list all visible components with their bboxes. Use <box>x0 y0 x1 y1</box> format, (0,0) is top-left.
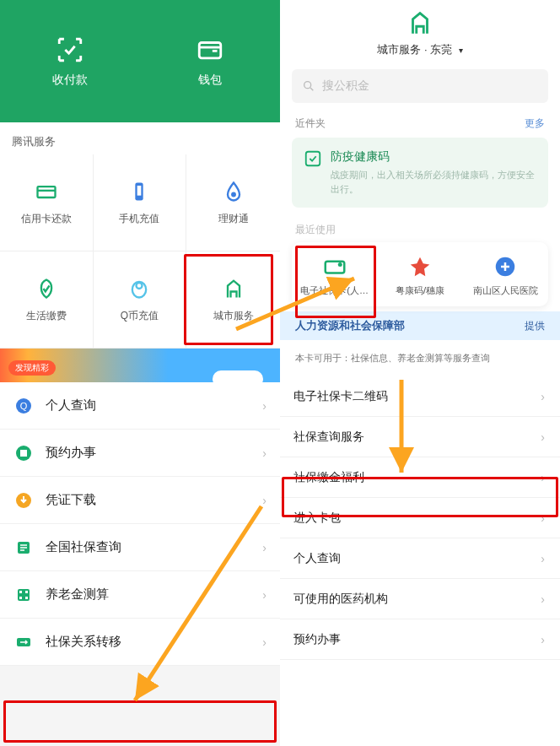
svg-point-23 <box>337 262 342 267</box>
search-placeholder: 搜公积金 <box>322 78 369 94</box>
row-label: 社保缴金福利 <box>293 470 364 485</box>
service-grid: 信用卡还款 手机充值 理财通 生活缴费 Q币充值 城市服务 <box>0 154 280 349</box>
row-label: 预约办事 <box>46 445 96 461</box>
city-selector[interactable]: 城市服务 · 东莞 ▾ <box>377 42 462 57</box>
row-label: 个人查询 <box>293 551 341 566</box>
list-item[interactable]: 预约办事› <box>280 619 560 660</box>
right-list: 电子社保卡二维码› 社保查询服务› 社保缴金福利› 进入卡包› 个人查询› 可使… <box>280 376 560 660</box>
shield-icon <box>13 538 34 558</box>
list-item[interactable]: 电子社保卡二维码› <box>280 376 560 417</box>
svg-rect-16 <box>25 591 28 593</box>
chevron-right-icon: › <box>541 633 545 646</box>
leaf-icon <box>35 277 58 300</box>
right-panel: 城市服务 · 东莞 ▾ 搜公积金 近件夹 更多 防疫健康码 战疫期间，出入相关场… <box>280 0 560 746</box>
health-code-card[interactable]: 防疫健康码 战疫期间，出入相关场所必须持健康码，方便安全出行。 <box>292 138 548 208</box>
cell-label: 城市服务 <box>213 309 254 323</box>
row-label: 社保查询服务 <box>293 430 364 445</box>
svg-rect-4 <box>137 186 142 196</box>
scan-pay-button[interactable]: 收付款 <box>0 0 140 122</box>
list-item[interactable]: 进入卡包› <box>280 498 560 538</box>
list-item[interactable]: 全国社保查询 › <box>0 524 280 571</box>
list-item[interactable]: 预约办事 › <box>0 430 280 477</box>
svg-rect-11 <box>20 450 27 457</box>
chevron-right-icon: › <box>262 588 267 602</box>
row-label: 可使用的医药机构 <box>293 592 388 607</box>
chevron-right-icon: › <box>541 471 545 484</box>
cell-label: 理财通 <box>218 212 249 226</box>
row-label: 电子社保卡二维码 <box>293 389 388 404</box>
list-item[interactable]: Q 个人查询 › <box>0 382 280 430</box>
wallet-icon <box>196 35 224 64</box>
chevron-right-icon: › <box>262 635 267 649</box>
svg-point-20 <box>304 82 311 89</box>
banner-tag: 发现精彩 <box>8 360 56 376</box>
list-item[interactable]: 社保缴金福利› <box>280 457 560 498</box>
chevron-right-icon: › <box>541 592 545 606</box>
transfer-icon <box>13 632 34 652</box>
svg-point-5 <box>231 192 236 197</box>
section-title-tencent: 腾讯服务 <box>0 122 280 154</box>
grid-utilities[interactable]: 生活缴费 <box>0 251 94 349</box>
row-label: 全国社保查询 <box>46 539 121 555</box>
row-label: 预约办事 <box>293 632 341 647</box>
chevron-right-icon: › <box>541 511 545 525</box>
chevron-right-icon: › <box>262 399 267 413</box>
city-label: 城市服务 · 东莞 <box>377 43 452 56</box>
row-label: 养老金测算 <box>46 587 109 603</box>
row-label: 进入卡包 <box>293 511 341 526</box>
chevron-right-icon: › <box>262 446 267 460</box>
health-title: 防疫健康码 <box>331 149 536 165</box>
wallet-button[interactable]: 钱包 <box>140 0 280 122</box>
svg-text:Q: Q <box>20 401 28 411</box>
list-item[interactable]: 社保查询服务› <box>280 417 560 457</box>
building-icon <box>222 277 245 300</box>
fav-hospital[interactable]: 南山区人民医院 <box>463 242 548 306</box>
list-item[interactable]: 凭证下载 › <box>0 477 280 524</box>
fav-label: 最近使用 <box>280 208 560 242</box>
search-input[interactable]: 搜公积金 <box>292 69 548 103</box>
right-header: 城市服务 · 东莞 ▾ <box>280 0 560 57</box>
left-list: Q 个人查询 › 预约办事 › 凭证下载 › 全国社保查询 › 养老金测算 › … <box>0 382 280 666</box>
highlight-transfer <box>3 700 277 743</box>
left-panel: 收付款 钱包 腾讯服务 信用卡还款 手机充值 理财通 生活缴费 Q币充值 <box>0 0 280 746</box>
grid-wealth[interactable]: 理财通 <box>186 154 280 251</box>
svg-rect-18 <box>25 597 28 599</box>
card-green-icon <box>322 254 347 279</box>
health-text: 防疫健康码 战疫期间，出入相关场所必须持健康码，方便安全出行。 <box>331 149 536 196</box>
card-note: 本卡可用于：社保信息、养老金测算等服务查询 <box>280 340 560 376</box>
search-icon <box>302 79 315 93</box>
grid-city-service[interactable]: 城市服务 <box>186 251 280 349</box>
cloud-deco <box>213 370 263 382</box>
pay-header: 收付款 钱包 <box>0 0 280 122</box>
svg-point-6 <box>132 281 146 297</box>
health-sub: 战疫期间，出入相关场所必须持健康码，方便安全出行。 <box>331 168 536 196</box>
cell-label: 粤康码/穗康 <box>396 284 444 296</box>
list-item[interactable]: 个人查询› <box>280 538 560 579</box>
cell-label: Q币充值 <box>121 309 159 323</box>
scan-icon <box>56 35 84 64</box>
more-link[interactable]: 更多 <box>525 116 545 131</box>
search-person-icon: Q <box>13 396 34 416</box>
grid-qcoin[interactable]: Q币充值 <box>94 251 187 349</box>
chevron-right-icon: › <box>262 541 267 554</box>
penguin-icon <box>127 277 151 300</box>
row-label: 社保关系转移 <box>46 634 121 650</box>
svg-rect-1 <box>37 186 55 197</box>
list-item[interactable]: 社保关系转移 › <box>0 619 280 666</box>
chevron-right-icon: › <box>262 494 267 507</box>
grid-credit-card[interactable]: 信用卡还款 <box>0 154 94 251</box>
svg-rect-15 <box>19 591 22 593</box>
cell-label: 南山区人民医院 <box>473 284 538 296</box>
fav-yuekang[interactable]: 粤康码/穗康 <box>377 242 462 306</box>
fav-esscard[interactable]: 电子社保卡(人… <box>292 242 377 306</box>
city-logo-icon <box>406 8 434 37</box>
health-icon <box>304 149 322 168</box>
cell-label: 生活缴费 <box>26 309 67 323</box>
list-item[interactable]: 可使用的医药机构› <box>280 579 560 619</box>
list-item[interactable]: 养老金测算 › <box>0 571 280 619</box>
promo-banner[interactable]: 发现精彩 <box>0 349 280 382</box>
grid-phone-recharge[interactable]: 手机充值 <box>94 154 187 251</box>
chevron-right-icon: › <box>541 390 545 403</box>
recent-header: 近件夹 更多 <box>280 103 560 138</box>
mohrss-label: 人力资源和社会保障部 <box>295 318 405 333</box>
